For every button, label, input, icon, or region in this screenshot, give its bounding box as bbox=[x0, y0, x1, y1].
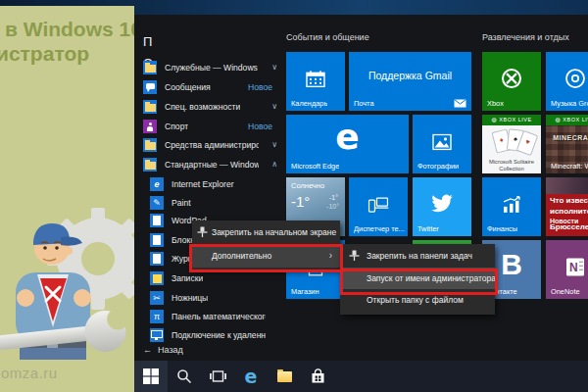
chevron-down-icon[interactable]: ∨ bbox=[271, 60, 277, 75]
chevron-up-icon[interactable]: ∧ bbox=[271, 157, 277, 172]
list-item-app[interactable]: π Панель математического ввода bbox=[150, 309, 282, 324]
search-icon bbox=[176, 368, 192, 384]
twitter-bird-icon bbox=[429, 193, 455, 215]
tile-phone-companion[interactable]: Диспетчер те... bbox=[349, 177, 408, 236]
back-arrow-icon: ← bbox=[143, 345, 152, 355]
remote-desktop-icon bbox=[150, 328, 164, 342]
folder-icon bbox=[277, 371, 292, 382]
store-button[interactable] bbox=[305, 361, 330, 392]
repairman-mascot-illustration bbox=[0, 202, 134, 388]
pin-icon bbox=[348, 250, 361, 262]
new-badge: Новое bbox=[248, 119, 272, 134]
watermark: omza.ru bbox=[1, 365, 58, 381]
sticky-notes-icon bbox=[150, 271, 164, 285]
onenote-icon: N bbox=[565, 258, 585, 277]
list-item-folder[interactable]: Средства администрирован... ∨ bbox=[143, 137, 282, 153]
list-item-app[interactable]: ✎ Paint bbox=[150, 195, 282, 211]
xbox-logo-icon bbox=[500, 67, 523, 90]
list-item-app[interactable]: Записки bbox=[150, 270, 282, 286]
menu-item-run-as-admin[interactable]: Запуск от имени администратора bbox=[340, 268, 495, 289]
mail-notification: Поддержка Gmail bbox=[349, 70, 471, 81]
paint-icon: ✎ bbox=[150, 196, 164, 210]
math-input-icon: π bbox=[150, 310, 164, 323]
context-menu: Закрепить на начальном экране Дополнител… bbox=[192, 220, 340, 270]
tile-groove-music[interactable]: Музыка Gro bbox=[546, 52, 588, 111]
list-item-app[interactable]: e Internet Explorer bbox=[150, 176, 282, 192]
internet-explorer-icon: e bbox=[150, 177, 164, 191]
notepad-icon bbox=[150, 233, 164, 247]
new-badge: Новое bbox=[248, 79, 272, 95]
envelope-icon bbox=[454, 99, 466, 108]
promo-title-line1: в Windows 10 - bbox=[5, 18, 134, 41]
folder-icon bbox=[143, 138, 157, 152]
list-item-folder-expanded[interactable]: Стандартные — Windows ∧ bbox=[143, 157, 282, 172]
list-item-app[interactable]: ✂ Ножницы bbox=[150, 290, 282, 306]
start-button[interactable] bbox=[134, 361, 168, 392]
tile-group-header: Развлечения и отдых bbox=[482, 32, 569, 42]
edge-icon: e bbox=[245, 366, 258, 387]
list-item-app[interactable]: Спорт Новое bbox=[143, 119, 282, 134]
xbox-live-banner: XBOX LIVE bbox=[546, 115, 588, 125]
tile-news[interactable]: Что извест исполните Новости Брюсселе bbox=[546, 177, 588, 236]
scissors-icon: ✂ bbox=[150, 291, 164, 305]
promo-panel: в Windows 10 - истратор bbox=[0, 6, 134, 392]
devices-icon bbox=[368, 197, 389, 213]
svg-text:N: N bbox=[569, 261, 578, 274]
wordpad-icon bbox=[150, 214, 164, 227]
tile-edge[interactable]: e Microsoft Edge bbox=[286, 115, 409, 173]
journal-icon bbox=[150, 252, 164, 266]
folder-icon bbox=[143, 61, 157, 74]
list-item-app[interactable]: Сообщения Новое bbox=[143, 79, 282, 95]
menu-item-pin-to-start[interactable]: Закрепить на начальном экране bbox=[192, 220, 340, 244]
file-explorer-button[interactable] bbox=[271, 361, 297, 392]
tile-minecraft[interactable]: XBOX LIVE MINECRAFT Minecraft: W bbox=[546, 115, 588, 173]
folder-icon bbox=[143, 100, 157, 114]
windows-logo-icon bbox=[143, 368, 159, 384]
groove-icon bbox=[564, 67, 587, 90]
message-icon bbox=[143, 80, 157, 94]
tile-xbox[interactable]: Xbox bbox=[482, 52, 541, 111]
news-photo bbox=[546, 177, 588, 194]
chevron-down-icon[interactable]: ∨ bbox=[271, 99, 277, 115]
tile-calendar[interactable]: Календарь bbox=[286, 52, 345, 111]
menu-item-open-file-location[interactable]: Открыть папку с файлом bbox=[340, 289, 495, 311]
list-item-app[interactable]: Подключение к удаленному р... bbox=[150, 327, 282, 343]
context-submenu: Закрепить на панели задач Запуск от имен… bbox=[340, 244, 495, 315]
menu-item-more[interactable]: Дополнительно › bbox=[192, 244, 340, 268]
tile-mail[interactable]: Поддержка Gmail Почта bbox=[349, 52, 471, 111]
xbox-live-banner: XBOX LIVE bbox=[482, 115, 541, 125]
edge-logo: e bbox=[286, 117, 409, 157]
photos-icon bbox=[432, 133, 452, 150]
task-view-icon bbox=[210, 369, 226, 383]
tile-twitter[interactable]: Twitter bbox=[413, 177, 471, 236]
task-view-button[interactable] bbox=[205, 361, 230, 392]
sport-icon bbox=[143, 120, 157, 133]
letter-header[interactable]: П bbox=[143, 34, 152, 49]
taskbar-search-button[interactable] bbox=[172, 361, 197, 392]
promo-title-line2: истратор bbox=[0, 42, 89, 66]
submenu-arrow-icon: › bbox=[329, 244, 332, 268]
finance-chart-icon bbox=[502, 196, 521, 214]
menu-item-pin-to-taskbar[interactable]: Закрепить на панели задач bbox=[340, 244, 495, 268]
tile-onenote[interactable]: N OneNote bbox=[546, 240, 588, 299]
taskbar-edge-button[interactable]: e bbox=[238, 361, 264, 392]
calendar-icon bbox=[306, 71, 325, 88]
tile-solitaire[interactable]: XBOX LIVE ♦ ♠ ♥ Microsoft Solitaire Coll… bbox=[482, 115, 541, 173]
pin-icon bbox=[196, 226, 209, 238]
list-item-folder[interactable]: Спец. возможности ∨ bbox=[143, 99, 282, 115]
folder-icon bbox=[143, 158, 157, 172]
tile-group-header: События и общение bbox=[286, 32, 369, 42]
minecraft-logo: MINECRAFT bbox=[546, 134, 588, 141]
store-bag-icon bbox=[311, 368, 325, 384]
tile-finance[interactable]: Финансы bbox=[482, 177, 541, 236]
taskbar: e bbox=[134, 361, 588, 392]
screenshot-root: П С Служебные — Windows ∨ Сообщения Ново… bbox=[0, 0, 588, 392]
list-item-folder[interactable]: Служебные — Windows ∨ bbox=[143, 60, 282, 75]
tile-photos[interactable]: Фотографии bbox=[413, 115, 471, 173]
chevron-down-icon[interactable]: ∨ bbox=[271, 137, 277, 153]
back-button[interactable]: ←Назад bbox=[143, 345, 183, 355]
